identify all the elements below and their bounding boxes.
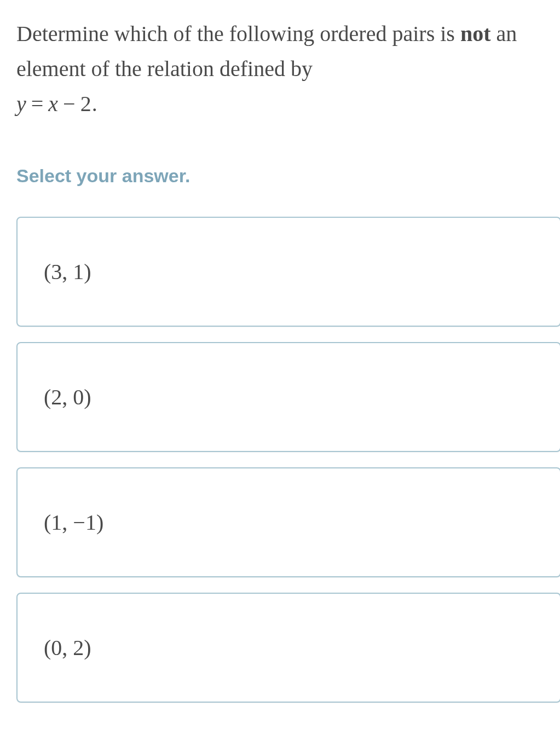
equation-x: x (48, 91, 59, 116)
option-1[interactable]: (3, 1) (16, 217, 560, 327)
options-list: (3, 1) (2, 0) (1, −1) (0, 2) (16, 217, 560, 703)
select-prompt: Select your answer. (16, 165, 560, 187)
option-3[interactable]: (1, −1) (16, 467, 560, 577)
question-equation: y=x−2. (16, 91, 98, 116)
equation-y: y (16, 91, 27, 116)
equation-two: 2 (80, 91, 92, 116)
equation-minus: − (63, 91, 76, 116)
option-4[interactable]: (0, 2) (16, 593, 560, 703)
question-text: Determine which of the following ordered… (16, 16, 560, 121)
question-bold: not (460, 21, 491, 46)
equation-period: . (92, 91, 98, 116)
question-part1: Determine which of the following ordered… (16, 21, 460, 46)
equation-equals: = (31, 91, 44, 116)
option-2[interactable]: (2, 0) (16, 342, 560, 452)
